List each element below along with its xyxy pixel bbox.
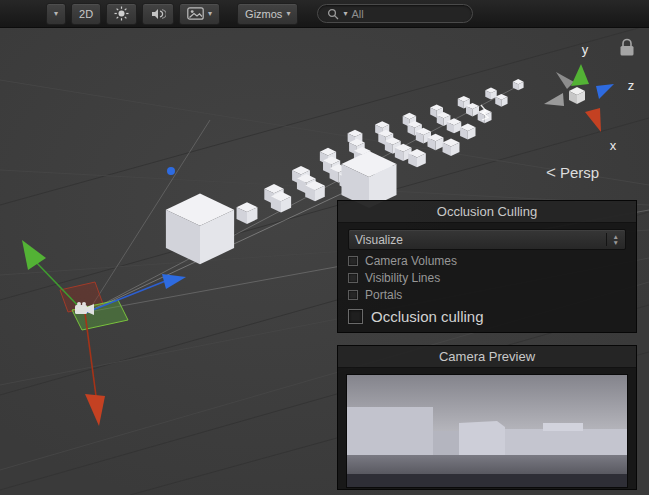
occlusion-panel-title: Occlusion Culling [338,201,636,223]
occlusion-panel-content: Visualize ▲▼ Camera Volumes Visibility L… [338,223,636,325]
axis-neg-cone[interactable] [544,93,564,106]
scene-cube[interactable] [460,124,475,140]
axis-neg-cone[interactable] [556,72,574,89]
orientation-gizmo[interactable]: y z x [544,42,634,153]
2d-label: 2D [79,8,93,20]
gizmos-dropdown[interactable]: Gizmos ▾ [237,3,298,25]
preview-ground [347,455,628,474]
scene-cube[interactable] [513,79,524,90]
search-input[interactable]: ▾ All [317,4,473,23]
visibility-lines-label: Visibility Lines [365,271,440,285]
scene-lighting-button[interactable] [106,3,137,25]
search-filter-caret-icon: ▾ [343,10,347,18]
visibility-lines-row[interactable]: Visibility Lines [348,271,626,284]
axis-z-cone[interactable] [162,274,186,289]
scene-viewport[interactable]: y z x < Persp Occlusion Culling Visualiz… [0,28,649,495]
effects-dropdown-button[interactable]: ▾ [179,3,220,25]
occlusion-culling-label: Occlusion culling [371,308,484,325]
visibility-lines-checkbox[interactable] [348,273,358,283]
portals-checkbox[interactable] [348,290,358,300]
scene-cube[interactable] [166,194,234,265]
speaker-icon [150,7,166,21]
camera-volumes-checkbox[interactable] [348,256,358,266]
portals-row[interactable]: Portals [348,288,626,301]
scene-cube[interactable] [237,202,258,224]
scene-cube[interactable] [443,138,460,156]
axis-y-cone[interactable] [22,240,46,270]
occlusion-culling-panel: Occlusion Culling Visualize ▲▼ Camera Vo… [337,200,637,333]
gizmo-center-cube[interactable] [569,87,585,104]
visualize-dropdown-value: Visualize [355,233,403,247]
axis-x-cone[interactable] [85,394,105,426]
gizmos-label: Gizmos [245,8,282,20]
persp-indicator[interactable]: < Persp [546,163,599,182]
render-mode-dropdown[interactable]: ▾ [46,3,66,25]
camera-preview-image [347,375,628,487]
camera-volumes-label: Camera Volumes [365,254,457,268]
scene-toolbar: ▾ 2D [0,0,649,28]
gizmo-z-cone[interactable] [596,84,614,99]
occlusion-culling-row[interactable]: Occlusion culling [348,308,626,325]
lock-icon[interactable] [621,40,634,56]
camera-preview-panel: Camera Preview [337,345,637,490]
scene-cube[interactable] [495,94,507,107]
axis-label-z: z [628,78,635,93]
persp-label[interactable]: Persp [560,164,599,181]
axis-label-y: y [582,42,589,57]
image-icon [187,7,204,20]
camera-preview-body [346,374,628,488]
visualize-dropdown[interactable]: Visualize ▲▼ [348,229,626,250]
scene-cube[interactable] [478,109,492,123]
blue-handle-dot[interactable] [167,167,175,175]
gizmo-y-cone[interactable] [571,64,589,86]
portals-label: Portals [365,288,402,302]
camera-volumes-row[interactable]: Camera Volumes [348,254,626,267]
sun-icon [114,6,129,21]
camera-preview-title: Camera Preview [338,346,636,368]
chevron-down-icon: ▾ [54,10,58,18]
persp-arrow-icon[interactable]: < [546,163,556,182]
search-filter-label: All [351,8,363,20]
dropdown-stepper-icon: ▲▼ [606,233,619,246]
audio-toggle-button[interactable] [142,3,174,25]
chevron-down-icon: ▾ [208,10,212,18]
search-icon [327,8,339,20]
axis-label-x: x [610,138,617,153]
gizmo-x-cone[interactable] [585,108,601,132]
2d-toggle-button[interactable]: 2D [71,3,101,25]
preview-foreground [347,474,628,487]
chevron-down-icon: ▾ [286,10,290,18]
unity-scene-view: ▾ 2D [0,0,649,495]
occlusion-culling-checkbox[interactable] [348,309,363,324]
